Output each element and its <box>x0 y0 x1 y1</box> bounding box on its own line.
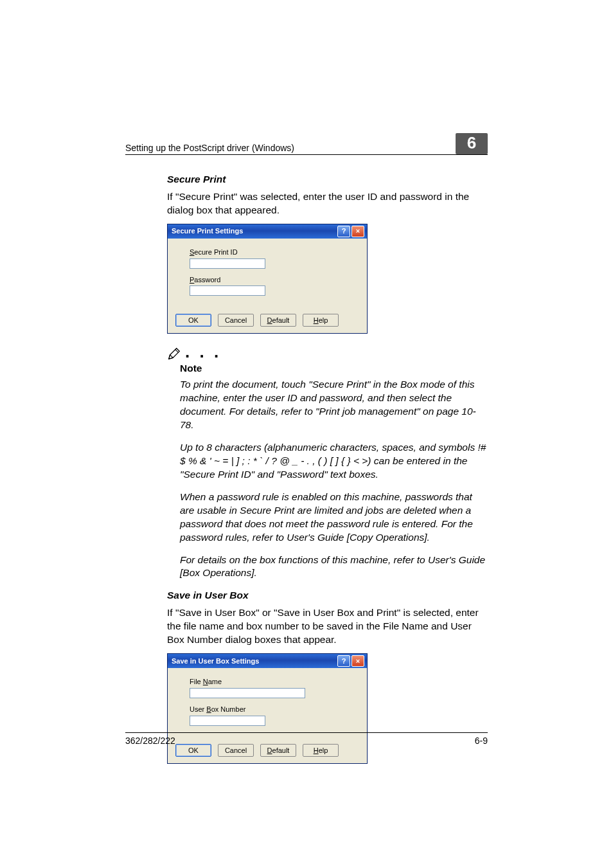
footer-left: 362/282/222 <box>125 736 175 746</box>
note-paragraph: For details on the box functions of this… <box>180 554 488 581</box>
dialog-title: Save in User Box Settings <box>172 656 259 666</box>
dialog-titlebar: Save in User Box Settings ? × <box>168 654 367 668</box>
default-button[interactable]: Default <box>260 314 296 327</box>
section1-intro: If "Secure Print" was selected, enter th… <box>167 190 488 217</box>
note-label: Note <box>180 362 488 375</box>
help-icon[interactable]: ? <box>337 226 350 237</box>
user-box-number-input[interactable] <box>190 716 265 726</box>
cancel-button[interactable]: Cancel <box>218 314 254 327</box>
secure-print-id-label: Secure Print ID <box>190 248 355 257</box>
note-ellipsis: . . . <box>185 347 221 357</box>
user-box-number-label: User Box Number <box>190 705 355 714</box>
note-paragraph: When a password rule is enabled on this … <box>180 491 488 545</box>
section2-intro: If "Save in User Box" or "Save in User B… <box>167 606 488 647</box>
running-header: Setting up the PostScript driver (Window… <box>125 143 294 153</box>
file-name-label: File Name <box>190 677 355 687</box>
chapter-number-badge: 6 <box>456 133 488 154</box>
pencil-icon <box>167 345 181 359</box>
section-title-save-user-box: Save in User Box <box>167 589 488 602</box>
help-button[interactable]: Help <box>303 314 339 327</box>
footer-page-number: 6-9 <box>475 736 488 746</box>
close-icon[interactable]: × <box>351 226 364 237</box>
note-icon-row: . . . <box>167 345 488 359</box>
dialog-titlebar: Secure Print Settings ? × <box>168 224 367 239</box>
password-label: Password <box>190 275 355 285</box>
section-title-secure-print: Secure Print <box>167 173 488 186</box>
note-paragraph: To print the document, touch "Secure Pri… <box>180 378 488 432</box>
ok-button[interactable]: OK <box>175 314 211 327</box>
file-name-input[interactable] <box>190 688 305 698</box>
save-in-user-box-dialog: Save in User Box Settings ? × File Name … <box>167 653 368 764</box>
close-icon[interactable]: × <box>351 655 364 667</box>
secure-print-settings-dialog: Secure Print Settings ? × Secure Print I… <box>167 224 368 334</box>
secure-print-id-input[interactable] <box>190 258 265 269</box>
help-icon[interactable]: ? <box>337 655 350 667</box>
dialog-title: Secure Print Settings <box>172 226 243 236</box>
note-paragraph: Up to 8 characters (alphanumeric charact… <box>180 441 488 482</box>
password-input[interactable] <box>190 285 265 296</box>
